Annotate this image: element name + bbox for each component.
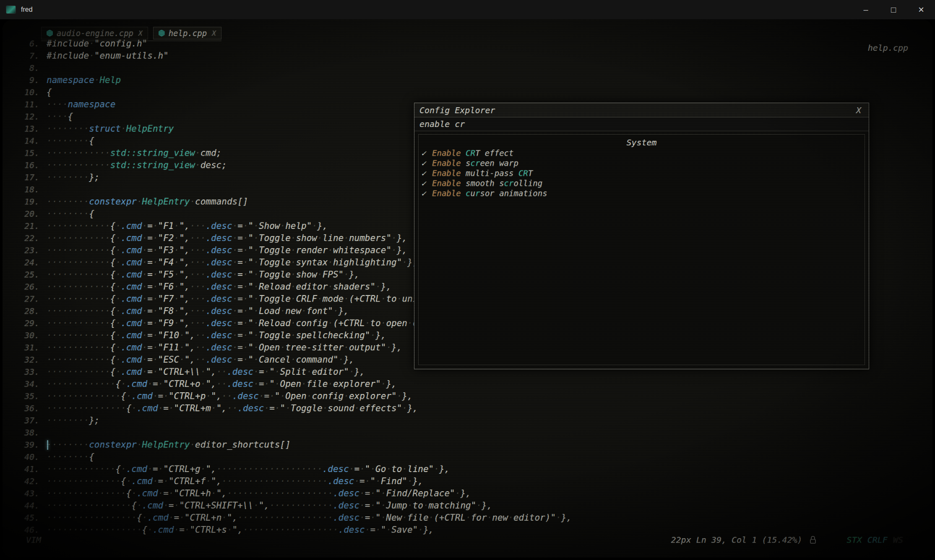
whitespace-dots: · [174,257,180,267]
code-line-37[interactable]: 37.········}; [3,415,572,427]
code-line-41[interactable]: 41.·············{·.cmd·=·"CTRL+g·",·····… [3,463,572,475]
checkbox-checked-icon[interactable]: ✓ [421,188,432,198]
whitespace-dots: · [179,330,185,340]
whitespace-dots: · [317,270,323,280]
code-line-35[interactable]: 35.··············{·.cmd·=·"CTRL+p·",··.d… [3,390,572,402]
whitespace-dots: · [243,318,248,328]
whitespace-dots: · [137,500,142,511]
code-line-40[interactable]: 40.········{ [3,451,572,463]
whitespace-dots: · [291,233,296,243]
whitespace-dots: · [142,294,148,304]
whitespace-dots: ············ [47,330,110,340]
dialog-close-button[interactable]: X [854,105,864,115]
whitespace-dots: · [370,464,375,474]
whitespace-dots: · [291,294,296,304]
whitespace-dots: · [365,476,370,486]
maximize-icon: □ [891,5,896,15]
whitespace-dots: · [291,270,296,280]
whitespace-dots: · [253,294,259,304]
code-line-7[interactable]: 7.#include·"enum-utils.h" [3,50,572,62]
whitespace-dots: · [232,270,238,280]
whitespace-dots: · [307,367,312,377]
code-line-39[interactable]: 39.········constexpr·HelpEntry·editor_sh… [3,439,572,451]
whitespace-dots: · [158,403,164,413]
code-line-43[interactable]: 43.···············{·.cmd·=·"CTRL+h·",···… [3,487,572,500]
line-number: 29. [3,317,47,329]
whitespace-dots: · [142,318,148,328]
code-line-34[interactable]: 34.·············{·.cmd·=·"CTRL+o·",··.de… [3,378,572,390]
checkbox-checked-icon[interactable]: ✓ [421,148,432,158]
whitespace-dots: · [317,294,323,304]
checkbox-checked-icon[interactable]: ✓ [421,158,432,168]
whitespace-dots: · [126,476,132,486]
checkbox-checked-icon[interactable]: ✓ [421,168,432,178]
config-option[interactable]: ✓Enable cursor animations [421,188,862,198]
whitespace-dots: · [158,488,164,498]
whitespace-dots: · [153,257,158,267]
whitespace-dots: ·············· [47,391,121,401]
line-number: 28. [3,305,47,317]
whitespace-dots: · [163,500,169,511]
whitespace-dots: · [115,257,121,267]
line-number: 25. [3,269,47,281]
whitespace-dots: · [344,294,349,304]
whitespace-dots: · [402,513,407,523]
whitespace-dots: · [386,525,391,535]
whitespace-dots: · [179,355,185,365]
whitespace-dots: · [370,330,375,340]
minimize-icon: – [863,5,868,15]
tab-close-icon[interactable]: X [138,29,143,37]
line-number: 41. [3,463,47,475]
tab-close-icon[interactable]: X [212,29,216,37]
code-line-46[interactable]: 46.··················{·.cmd·=·"CTRL+s·",… [3,524,572,536]
whitespace-dots: · [174,245,180,255]
whitespace-dots: · [153,306,158,316]
close-button[interactable]: × [907,0,935,19]
cpp-file-icon [47,30,53,37]
config-option[interactable]: ✓Enable screen warp [421,158,862,168]
whitespace-dots: · [264,379,270,389]
whitespace-dots: · [153,270,158,280]
code-line-38[interactable]: 38. [3,427,572,439]
window-titlebar: fred –□× [0,0,935,19]
config-search-input[interactable]: enable cr [414,117,869,131]
whitespace-dots: · [158,464,164,474]
whitespace-dots: · [174,525,179,535]
config-option[interactable]: ✓Enable CRT effect [421,148,862,158]
minimize-button[interactable]: – [852,0,880,19]
line-number: 33. [3,366,47,378]
line-number: 13. [3,123,47,135]
whitespace-dots: · [344,233,349,243]
whitespace-dots: · [328,245,333,255]
line-number: 30. [3,329,47,342]
checkbox-checked-icon[interactable]: ✓ [421,178,432,188]
config-option[interactable]: ✓Enable smooth scrolling [421,178,862,188]
whitespace-dots: · [370,513,375,523]
code-line-42[interactable]: 42.··············{·.cmd·=·"CTRL+f·",····… [3,475,572,487]
whitespace-dots: ········ [47,124,89,134]
whitespace-dots: · [190,197,195,207]
whitespace-dots: ·············· [47,476,121,486]
whitespace-dots: · [328,282,333,292]
code-line-10[interactable]: 10.{ [3,86,572,99]
whitespace-dots: · [131,488,137,498]
tab-help-cpp[interactable]: help.cppX [153,27,221,39]
maximize-button[interactable]: □ [880,0,907,19]
line-number: 44. [3,500,47,512]
whitespace-dots: · [359,464,365,474]
whitespace-dots: · [365,318,370,328]
vim-mode-indicator: VIM [26,535,41,545]
whitespace-dots: · [137,440,142,450]
code-line-45[interactable]: 45.·················{·.cmd·=·"CTRL+n·",·… [3,512,572,524]
code-line-36[interactable]: 36.···············{·.cmd·=·"CTRL+m·",··.… [3,402,572,415]
whitespace-dots: · [253,282,259,292]
whitespace-dots: · [115,221,121,231]
tab-audio-engine-cpp[interactable]: audio-engine.cppX [41,27,148,39]
cpp-file-icon [159,30,165,37]
whitespace-dots: · [381,318,386,328]
code-line-44[interactable]: 44.················{·.cmd·=·"CTRL+SHIFT+… [3,500,572,512]
whitespace-dots: · [174,221,180,231]
code-line-9[interactable]: 9.namespace·Help [3,74,572,86]
config-option[interactable]: ✓Enable multi-pass CRT [421,168,862,178]
code-line-8[interactable]: 8. [3,62,572,74]
